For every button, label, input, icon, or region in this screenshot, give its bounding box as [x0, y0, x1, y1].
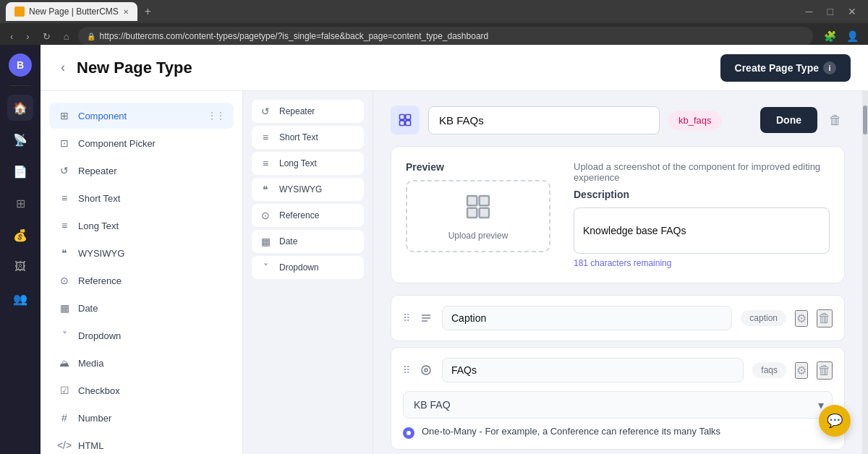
inner-date-icon: ▦ [259, 235, 272, 248]
long-text-icon: ≡ [58, 219, 71, 232]
relationship-note: One-to-Many - For example, a Conference … [403, 426, 833, 439]
svg-rect-6 [467, 207, 477, 217]
component-name-row: kb_faqs Done 🗑 [391, 106, 845, 134]
user-avatar[interactable]: B [9, 53, 32, 77]
nav-forward-button[interactable]: › [22, 28, 33, 45]
inner-field-long-text[interactable]: ≡ Long Text [252, 152, 364, 175]
new-tab-button[interactable]: + [140, 5, 156, 18]
field-type-component-label: Component [78, 111, 127, 121]
field-type-short-text[interactable]: ≡ Short Text [49, 185, 234, 211]
faqs-settings-button[interactable]: ⚙ [795, 362, 808, 379]
field-type-reference-label: Reference [78, 275, 122, 286]
caption-drag-handle[interactable]: ⠿ [403, 312, 410, 324]
browser-tab[interactable]: New Page | ButterCMS ✕ [6, 2, 137, 21]
inner-field-date[interactable]: ▦ Date [252, 230, 364, 253]
sidebar-commerce-icon[interactable]: 💰 [7, 222, 33, 248]
field-type-number[interactable]: # Number [49, 405, 234, 431]
chat-bubble-button[interactable]: 💬 [819, 405, 851, 437]
info-icon: i [823, 61, 836, 74]
preview-section: Preview Upload preview [391, 146, 845, 283]
field-type-dropdown-label: Dropdown [78, 330, 121, 341]
delete-component-button[interactable]: 🗑 [826, 110, 845, 131]
chat-icon: 💬 [827, 413, 843, 429]
field-type-date[interactable]: ▦ Date [49, 295, 234, 321]
field-type-repeater[interactable]: ↺ Repeater [49, 158, 234, 184]
inner-wysiwyg-icon: ❝ [259, 183, 272, 196]
inner-repeater-label: Repeater [279, 106, 315, 116]
field-type-reference[interactable]: ⊙ Reference [49, 267, 234, 294]
create-page-type-button[interactable]: Create Page Type i [720, 54, 851, 82]
create-btn-label: Create Page Type [735, 62, 819, 74]
nav-refresh-button[interactable]: ↻ [38, 28, 55, 45]
description-label: Description [574, 189, 830, 200]
field-type-component-picker[interactable]: ⊡ Component Picker [49, 130, 234, 156]
inner-repeater-icon: ↺ [259, 105, 272, 118]
nav-home-button[interactable]: ⌂ [59, 28, 74, 45]
upload-text: Upload preview [448, 231, 509, 241]
date-icon: ▦ [58, 301, 71, 314]
app-sidebar: B 🏠 📡 📄 ⊞ 💰 🖼 👥 [0, 45, 41, 454]
field-type-wysiwyg[interactable]: ❝ WYSIWYG [49, 240, 234, 266]
faqs-slug: faqs [752, 362, 786, 378]
tab-close-btn[interactable]: ✕ [123, 8, 129, 16]
upload-preview-button[interactable]: Upload preview [406, 180, 550, 252]
caption-delete-button[interactable]: 🗑 [817, 309, 833, 327]
field-type-component[interactable]: ⊞ Component ⋮⋮ [49, 103, 234, 129]
extensions-button[interactable]: 🧩 [820, 29, 840, 43]
sidebar-content-icon[interactable]: ⊞ [7, 190, 33, 216]
close-window-button[interactable]: ✕ [842, 4, 862, 19]
faqs-field-card: ⠿ faqs ⚙ 🗑 [391, 347, 845, 450]
field-type-media-label: Media [78, 358, 103, 369]
sidebar-media-icon[interactable]: 🖼 [7, 254, 33, 280]
faqs-delete-button[interactable]: 🗑 [817, 361, 833, 380]
sidebar-pages-icon[interactable]: 📄 [7, 158, 33, 184]
page-title: New Page Type [77, 59, 192, 77]
component-name-input[interactable] [428, 106, 660, 134]
back-button[interactable]: ‹ [58, 57, 68, 78]
faqs-drag-handle[interactable]: ⠿ [403, 364, 410, 376]
field-type-component-picker-label: Component Picker [78, 138, 156, 149]
sidebar-users-icon[interactable]: 👥 [7, 286, 33, 312]
faqs-field-icon [419, 363, 433, 377]
caption-field-input[interactable] [442, 306, 732, 330]
sidebar-divider-1 [9, 85, 31, 86]
field-type-long-text[interactable]: ≡ Long Text [49, 213, 234, 239]
caption-settings-button[interactable]: ⚙ [795, 310, 808, 327]
number-icon: # [58, 411, 71, 424]
relationship-text: One-to-Many - For example, a Conference … [422, 426, 720, 437]
repeater-icon: ↺ [58, 164, 71, 177]
faqs-reference-select[interactable]: KB FAQ [403, 391, 833, 419]
minimize-button[interactable]: ─ [800, 4, 819, 19]
sidebar-blog-icon[interactable]: 📡 [7, 127, 33, 153]
inner-wysiwyg-label: WYSIWYG [279, 184, 322, 194]
svg-rect-1 [406, 115, 411, 120]
field-type-wysiwyg-label: WYSIWYG [78, 248, 124, 259]
maximize-button[interactable]: □ [822, 4, 839, 19]
inner-field-short-text[interactable]: ≡ Short Text [252, 126, 364, 149]
profile-button[interactable]: 👤 [843, 29, 862, 43]
svg-point-11 [425, 369, 427, 372]
field-type-html[interactable]: </> HTML [49, 432, 234, 454]
inner-field-repeater[interactable]: ↺ Repeater [252, 100, 364, 123]
form-area: kb_faqs Done 🗑 Preview [373, 91, 862, 454]
chars-remaining: 181 characters remaining [574, 258, 830, 268]
faqs-field-input[interactable] [442, 358, 744, 382]
svg-point-12 [422, 366, 430, 374]
media-icon: ⛰ [58, 356, 71, 369]
caption-slug: caption [741, 310, 786, 326]
field-type-checkbox[interactable]: ☑ Checkbox [49, 377, 234, 403]
done-button[interactable]: Done [760, 107, 817, 133]
field-type-dropdown[interactable]: ˅ Dropdown [49, 322, 234, 348]
preview-label: Preview [406, 161, 550, 173]
inner-field-reference[interactable]: ⊙ Reference [252, 204, 364, 227]
nav-back-button[interactable]: ‹ [6, 28, 17, 45]
address-bar[interactable]: 🔒 https://buttercms.com/content-types/pa… [78, 27, 813, 46]
field-type-media[interactable]: ⛰ Media [49, 350, 234, 376]
inner-field-wysiwyg[interactable]: ❝ WYSIWYG [252, 178, 364, 201]
description-input[interactable] [574, 207, 830, 254]
tab-favicon [14, 7, 25, 17]
inner-dropdown-label: Dropdown [279, 262, 319, 273]
sidebar-home-icon[interactable]: 🏠 [7, 95, 33, 121]
inner-field-dropdown[interactable]: ˅ Dropdown [252, 256, 364, 279]
preview-box: Preview Upload preview [406, 161, 550, 268]
